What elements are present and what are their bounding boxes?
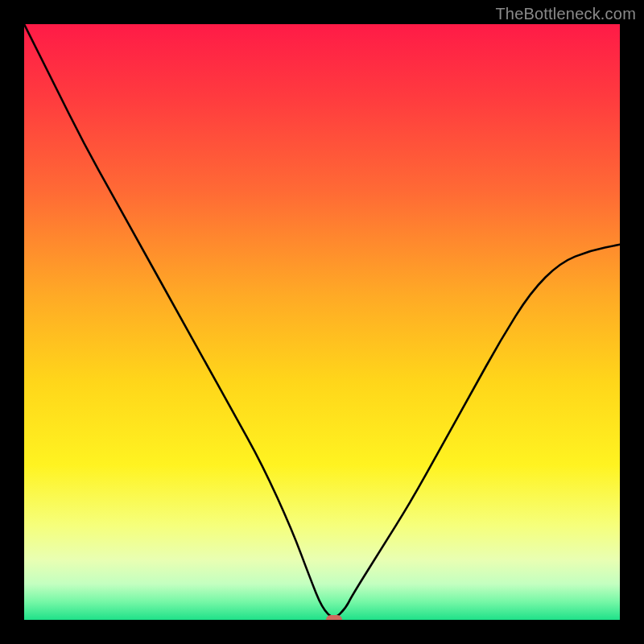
watermark-text: TheBottleneck.com	[495, 5, 636, 23]
plot-area	[24, 24, 620, 620]
minimum-marker	[326, 615, 342, 620]
chart-frame: TheBottleneck.com	[0, 0, 644, 644]
bottleneck-curve	[24, 24, 620, 620]
